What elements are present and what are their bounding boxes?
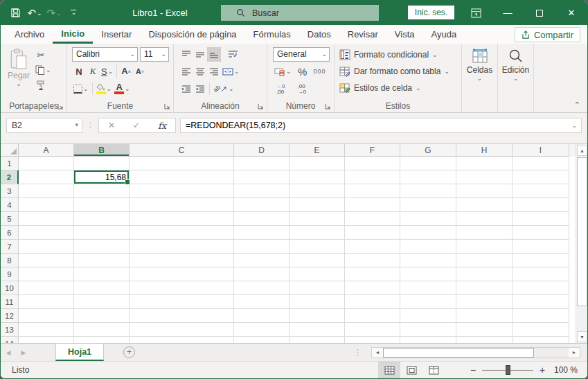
cell-D11[interactable] — [234, 295, 289, 309]
confirm-entry-button[interactable]: ✓ — [133, 121, 140, 130]
cell-I3[interactable] — [513, 184, 569, 198]
cell-G12[interactable] — [400, 309, 456, 323]
cell-D3[interactable] — [234, 184, 289, 198]
cell-A12[interactable] — [19, 309, 74, 323]
cell-D8[interactable] — [234, 254, 289, 267]
cell-H11[interactable] — [456, 295, 513, 309]
column-header-H[interactable]: H — [456, 144, 513, 157]
cell-D14[interactable] — [234, 337, 289, 343]
orientation-button[interactable]: ab ⌄ — [212, 82, 235, 96]
orientation-chevron-icon[interactable]: ⌄ — [229, 87, 234, 91]
close-button[interactable]: ✕ — [555, 1, 587, 25]
accounting-chevron-icon[interactable]: ⌄ — [286, 69, 292, 73]
cell-F5[interactable] — [345, 212, 400, 226]
cell-E5[interactable] — [289, 212, 345, 226]
cell-E4[interactable] — [289, 198, 345, 212]
redo-button[interactable]: ↷ ⌄ — [45, 4, 63, 22]
cell-C2[interactable] — [130, 170, 234, 184]
cell-G1[interactable] — [400, 157, 456, 170]
column-header-G[interactable]: G — [400, 144, 456, 157]
cell-I6[interactable] — [513, 226, 569, 240]
cell-E1[interactable] — [289, 157, 345, 170]
cell-D5[interactable] — [234, 212, 289, 226]
maximize-button[interactable] — [524, 1, 555, 25]
cell-F8[interactable] — [345, 254, 400, 267]
cell-D9[interactable] — [234, 267, 289, 281]
cell-D7[interactable] — [234, 240, 289, 254]
row-header-14[interactable]: 14 — [1, 337, 19, 343]
minimize-button[interactable]: — — [492, 1, 524, 25]
fill-color-chevron-icon[interactable]: ⌄ — [107, 87, 112, 91]
editing-button[interactable]: Edición ⌄ — [501, 46, 531, 98]
column-header-I[interactable]: I — [513, 144, 569, 157]
undo-button[interactable]: ↶ ⌄ — [26, 4, 44, 22]
align-left-button[interactable] — [179, 64, 193, 79]
font-family-combo[interactable]: Calibri ⌄ — [72, 47, 138, 62]
cell-F7[interactable] — [345, 240, 400, 254]
cell-H10[interactable] — [456, 281, 513, 295]
normal-view-button[interactable] — [378, 362, 400, 378]
cell-B14[interactable] — [74, 337, 130, 343]
align-right-button[interactable] — [207, 64, 221, 79]
cell-F9[interactable] — [345, 267, 400, 281]
italic-button[interactable]: K — [86, 64, 100, 79]
cell-B5[interactable] — [74, 212, 130, 226]
column-header-A[interactable]: A — [19, 144, 74, 157]
formula-input[interactable]: =REDONDEAR(15,678;2) ⌄ — [180, 118, 582, 133]
cell-G2[interactable] — [400, 170, 456, 184]
cell-G4[interactable] — [400, 198, 456, 212]
row-header-2[interactable]: 2 — [1, 170, 19, 184]
save-button[interactable] — [6, 4, 24, 22]
row-header-12[interactable]: 12 — [1, 309, 19, 323]
cell-I12[interactable] — [513, 309, 569, 323]
vertical-scrollbar[interactable]: ▲ ▼ — [576, 144, 587, 343]
cancel-entry-button[interactable]: ✕ — [108, 121, 115, 130]
cell-E8[interactable] — [289, 254, 345, 267]
cell-I7[interactable] — [513, 240, 569, 254]
row-header-6[interactable]: 6 — [1, 226, 19, 240]
cell-C11[interactable] — [130, 295, 234, 309]
cell-G10[interactable] — [400, 281, 456, 295]
cell-B4[interactable] — [74, 198, 130, 212]
cell-A13[interactable] — [19, 323, 74, 337]
cell-H3[interactable] — [456, 184, 513, 198]
horizontal-scroll-track[interactable] — [534, 348, 569, 358]
cell-D4[interactable] — [234, 198, 289, 212]
tab-formulas[interactable]: Fórmulas — [245, 25, 299, 44]
cell-G11[interactable] — [400, 295, 456, 309]
cell-I4[interactable] — [513, 198, 569, 212]
row-header-4[interactable]: 4 — [1, 198, 19, 212]
cell-F11[interactable] — [345, 295, 400, 309]
cell-A3[interactable] — [19, 184, 74, 198]
cell-D6[interactable] — [234, 226, 289, 240]
cell-B10[interactable] — [74, 281, 130, 295]
cell-F4[interactable] — [345, 198, 400, 212]
cell-D13[interactable] — [234, 323, 289, 337]
select-all-button[interactable] — [1, 144, 19, 157]
page-break-view-button[interactable] — [422, 362, 445, 378]
horizontal-scroll-thumb[interactable] — [383, 348, 534, 358]
accounting-format-button[interactable]: ⌄ — [273, 64, 293, 79]
vertical-scroll-thumb[interactable] — [577, 157, 587, 306]
column-header-F[interactable]: F — [345, 144, 400, 157]
cell-I13[interactable] — [513, 323, 569, 337]
scroll-left-button[interactable]: ◄ — [372, 348, 383, 358]
name-box-dropdown-icon[interactable]: ▾ — [75, 121, 78, 128]
alignment-dialog-launcher[interactable] — [258, 103, 265, 110]
format-painter-button[interactable] — [34, 78, 48, 93]
cell-C12[interactable] — [130, 309, 234, 323]
merge-center-button[interactable]: ⌄ — [221, 64, 241, 79]
cell-F13[interactable] — [345, 323, 400, 337]
merge-center-chevron-icon[interactable]: ⌄ — [234, 69, 240, 73]
font-dialog-launcher[interactable] — [164, 103, 171, 110]
zoom-slider[interactable] — [482, 362, 533, 378]
cell-I9[interactable] — [513, 267, 569, 281]
expand-formula-bar-icon[interactable]: ⌄ — [571, 122, 577, 129]
clipboard-dialog-launcher[interactable] — [57, 103, 64, 110]
scroll-up-button[interactable]: ▲ — [577, 145, 587, 156]
cell-D1[interactable] — [234, 157, 289, 170]
cell-H1[interactable] — [456, 157, 513, 170]
tab-archivo[interactable]: Archivo — [6, 25, 53, 44]
ribbon-display-options-button[interactable] — [460, 1, 492, 25]
font-color-chevron-icon[interactable]: ⌄ — [125, 87, 130, 91]
